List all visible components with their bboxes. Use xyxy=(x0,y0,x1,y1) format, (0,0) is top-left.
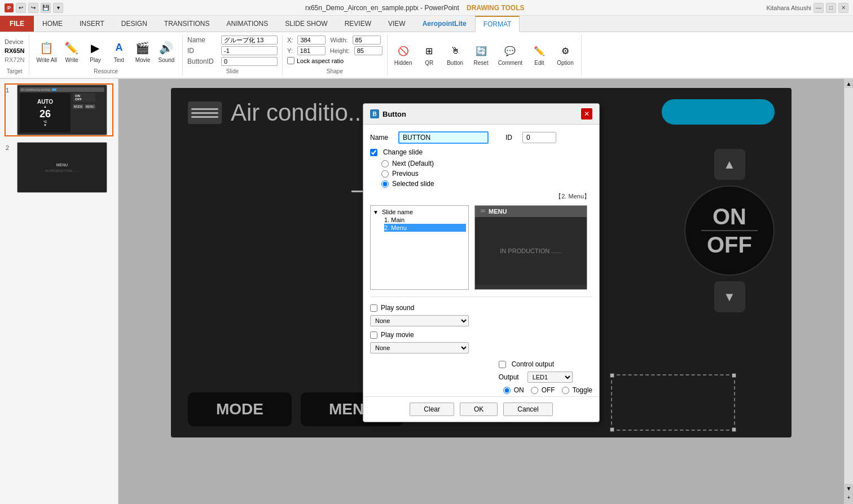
tab-file[interactable]: FILE xyxy=(0,16,34,32)
x-input[interactable] xyxy=(297,36,326,45)
drawing-tools-label: DRAWING TOOLS xyxy=(467,4,524,12)
modal-close-btn[interactable]: ✕ xyxy=(581,108,592,120)
tree-item-main[interactable]: 1. Main xyxy=(384,216,466,224)
reset-icon: 🔄 xyxy=(472,42,490,60)
resource-group-label: Resource xyxy=(94,67,118,74)
lock-aspect-checkbox[interactable] xyxy=(287,57,294,64)
name-input[interactable] xyxy=(221,36,278,45)
write-all-icon: 📋 xyxy=(38,39,56,57)
toggle-radio[interactable] xyxy=(562,387,569,394)
comment-btn[interactable]: 💬 Comment xyxy=(496,41,525,67)
buttonid-input[interactable] xyxy=(221,57,278,66)
id-input[interactable] xyxy=(221,46,278,55)
movie-icon: 🎬 xyxy=(134,39,152,57)
edit-btn[interactable]: ✏️ Edit xyxy=(528,41,551,67)
slide-panel: 1 Air conditioning settings AUTO ▲ 26 °C… xyxy=(0,79,118,504)
modal-id-input[interactable] xyxy=(522,132,556,143)
movie-btn[interactable]: 🎬 Movie xyxy=(131,38,154,64)
write-all-btn[interactable]: 📋 Write All xyxy=(34,38,59,64)
text-btn[interactable]: A Text xyxy=(108,38,130,64)
next-radio[interactable] xyxy=(381,160,389,167)
tab-aeropoint[interactable]: AeropointLite xyxy=(414,16,475,32)
menu-btn[interactable]: ▾ xyxy=(53,3,63,13)
y-input[interactable] xyxy=(297,46,326,55)
preview-label-row: 【2. Menu】 xyxy=(370,192,590,201)
height-input[interactable] xyxy=(354,46,382,55)
tab-animations[interactable]: ANIMATIONS xyxy=(218,16,276,32)
tab-home[interactable]: HOME xyxy=(34,16,71,32)
redo-btn[interactable]: ↪ xyxy=(28,3,38,13)
change-slide-section: Change slide Next (Default) Previous xyxy=(370,148,592,188)
output-select[interactable]: LED1 xyxy=(527,372,573,383)
modal-bottom-left xyxy=(370,360,487,394)
selected-slide-label: Selected slide xyxy=(392,180,434,188)
reset-btn[interactable]: 🔄 Reset xyxy=(470,41,493,67)
close-btn[interactable]: ✕ xyxy=(838,3,848,13)
clear-button[interactable]: Clear xyxy=(410,403,454,416)
undo-btn[interactable]: ↩ xyxy=(16,3,26,13)
tab-review[interactable]: REVIEW xyxy=(336,16,380,32)
change-slide-checkbox[interactable] xyxy=(370,149,377,156)
play-sound-checkbox[interactable] xyxy=(370,304,377,312)
play-movie-row: Play movie xyxy=(370,331,592,339)
zoom-in-btn[interactable]: + xyxy=(845,493,854,502)
width-input[interactable] xyxy=(353,36,381,45)
minimize-btn[interactable]: — xyxy=(814,3,824,13)
previous-radio[interactable] xyxy=(381,170,389,178)
play-btn[interactable]: ▶ Play xyxy=(84,38,107,64)
scroll-down-btn[interactable]: ▼ xyxy=(845,484,854,493)
ok-button[interactable]: OK xyxy=(460,403,498,416)
slide-thumb-2[interactable]: 2 MENU IN PRODUCTION ...... xyxy=(5,141,113,194)
buttonid-row: ButtonID xyxy=(187,57,278,66)
off-radio[interactable] xyxy=(531,387,538,394)
ribbon-group-position: X: Width: Y: Height: Lock aspect ratio S… xyxy=(283,34,388,76)
y-label: Y: xyxy=(287,47,293,54)
tab-transitions[interactable]: TRANSITIONS xyxy=(156,16,218,32)
sound-btn[interactable]: 🔊 Sound xyxy=(155,38,178,64)
modal-title: B Button xyxy=(370,109,406,118)
save-btn[interactable]: 💾 xyxy=(41,3,51,13)
next-radio-row: Next (Default) xyxy=(381,160,592,167)
button-btn[interactable]: 🖱 Button xyxy=(444,41,467,67)
sound-select[interactable]: None xyxy=(370,315,469,326)
modal-name-input[interactable] xyxy=(398,131,489,144)
control-output-checkbox[interactable] xyxy=(499,361,506,368)
scroll-up-btn[interactable]: ▲ xyxy=(845,79,854,88)
right-scrollbar[interactable]: ▲ ▼ + − xyxy=(844,79,853,504)
zoom-out-btn[interactable]: − xyxy=(845,502,854,504)
tree-root: ▼ Slide name xyxy=(373,208,466,216)
play-movie-checkbox[interactable] xyxy=(370,331,377,339)
modal-header: B Button ✕ xyxy=(363,104,599,125)
ribbon-content: Device RX65N RX72N Target 📋 Write All ✏️… xyxy=(0,32,853,78)
modal-overlay: B Button ✕ Name ID xyxy=(171,88,792,437)
tab-insert[interactable]: INSERT xyxy=(71,16,113,32)
title-bar-left: P ↩ ↪ 💾 ▾ xyxy=(5,3,63,13)
slide-1-num: 1 xyxy=(6,87,14,94)
mini-blue-dot xyxy=(52,89,56,91)
tab-format[interactable]: FORMAT xyxy=(475,16,520,32)
tab-view[interactable]: VIEW xyxy=(380,16,414,32)
tab-slideshow[interactable]: SLIDE SHOW xyxy=(276,16,336,32)
main-area: 1 Air conditioning settings AUTO ▲ 26 °C… xyxy=(0,79,853,504)
tree-root-label: Slide name xyxy=(382,209,413,215)
maximize-btn[interactable]: □ xyxy=(826,3,836,13)
position-group-content: X: Width: Y: Height: Lock aspect ratio xyxy=(287,36,382,66)
window-title: rx65n_Demo_Aircon_en_sample.pptx - Power… xyxy=(63,4,767,12)
on-radio-row: ON xyxy=(503,386,524,394)
slide-tree[interactable]: ▼ Slide name 1. Main 2. Menu xyxy=(370,205,469,290)
write-btn[interactable]: ✏️ Write xyxy=(60,38,83,64)
change-slide-row: Change slide xyxy=(370,148,592,156)
on-radio[interactable] xyxy=(503,387,511,394)
cancel-button[interactable]: Cancel xyxy=(503,403,552,416)
tree-item-menu[interactable]: 2. Menu xyxy=(384,224,466,232)
title-bar: P ↩ ↪ 💾 ▾ rx65n_Demo_Aircon_en_sample.pp… xyxy=(0,0,853,16)
movie-select[interactable]: None xyxy=(370,342,469,353)
slide-2-num: 2 xyxy=(6,144,14,151)
hidden-btn[interactable]: 🚫 Hidden xyxy=(392,41,415,67)
selected-slide-radio[interactable] xyxy=(381,180,389,188)
option-btn[interactable]: ⚙ Option xyxy=(554,41,577,67)
qr-btn[interactable]: ⊞ QR xyxy=(418,41,441,67)
tab-design[interactable]: DESIGN xyxy=(113,16,156,32)
previous-label: Previous xyxy=(392,170,419,178)
slide-thumb-1[interactable]: 1 Air conditioning settings AUTO ▲ 26 °C… xyxy=(5,83,113,136)
